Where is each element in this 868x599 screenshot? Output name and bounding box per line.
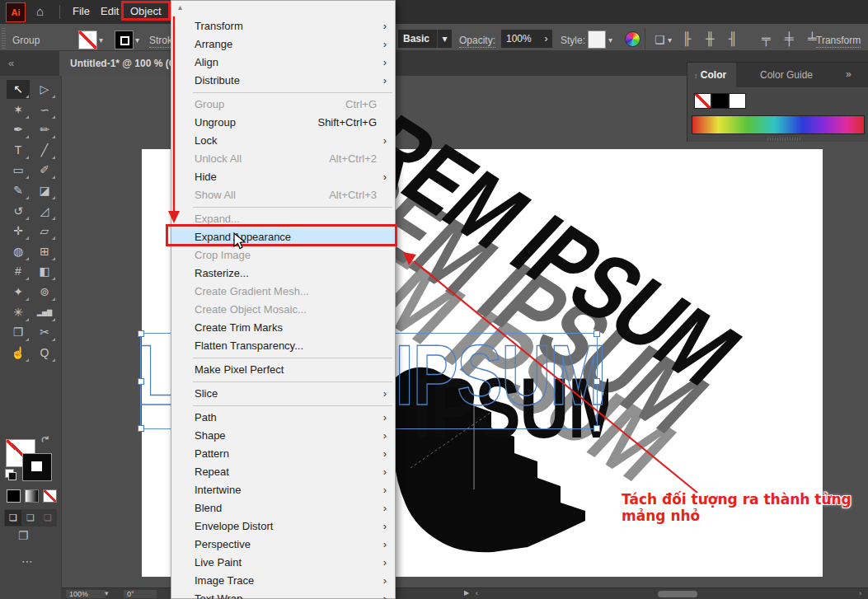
rotation-field[interactable]: 0° — [124, 590, 157, 598]
style-swatch[interactable] — [588, 30, 606, 49]
selection-handle[interactable] — [138, 425, 144, 432]
shaper-tool[interactable]: ✎ — [7, 181, 30, 200]
appearance-style-select[interactable]: Basic — [398, 30, 441, 48]
gradient-tool[interactable]: ◧ — [33, 262, 56, 281]
menu-item-blend[interactable]: Blend› — [171, 499, 395, 517]
opacity-label[interactable]: Opacity: — [459, 35, 495, 48]
line-segment-tool[interactable]: ╱ — [33, 141, 56, 160]
menu-item-show-all[interactable]: Show AllAlt+Ctrl+3 — [171, 186, 395, 204]
selection-handle[interactable] — [594, 330, 600, 337]
swap-fill-stroke-icon[interactable]: ↷ — [38, 432, 53, 447]
menu-item-create-gradient-mesh[interactable]: Create Gradient Mesh... — [171, 283, 395, 301]
pen-tool[interactable]: ✒ — [7, 120, 30, 139]
menu-item-flatten-transparency[interactable]: Flatten Transparency... — [171, 337, 395, 355]
align-horizontal-right-icon[interactable]: ╢ — [729, 31, 738, 45]
align-vertical-top-icon[interactable]: ╤ — [762, 31, 771, 45]
none-swatch[interactable] — [694, 93, 711, 109]
black-swatch[interactable] — [711, 93, 729, 109]
menu-item-image-trace[interactable]: Image Trace› — [171, 572, 395, 590]
none-button[interactable] — [43, 489, 57, 503]
menu-file[interactable]: File — [73, 5, 90, 17]
color-button[interactable] — [7, 489, 21, 503]
column-graph-tool[interactable]: ▂▅▇ — [33, 303, 56, 322]
draw-inside-button[interactable]: ❏ — [40, 510, 56, 526]
panel-expand-icon[interactable]: » — [846, 68, 852, 80]
appearance-dropdown-icon[interactable]: ▾ — [437, 30, 452, 48]
edit-toolbar-icon[interactable]: ⋯ — [21, 555, 33, 568]
collapse-panels-icon[interactable]: « — [8, 57, 14, 69]
menu-item-create-object-mosaic[interactable]: Create Object Mosaic... — [171, 301, 395, 319]
hand-tool[interactable]: ☝ — [7, 344, 30, 363]
draw-normal-button[interactable]: ❏ — [5, 510, 21, 526]
white-swatch[interactable] — [729, 93, 746, 109]
scroll-right-icon[interactable]: › — [859, 589, 861, 597]
menu-item-envelope-distort[interactable]: Envelope Distort› — [171, 517, 395, 536]
type-tool[interactable]: T — [7, 141, 30, 160]
menu-edit[interactable]: Edit — [101, 5, 119, 17]
menu-item-text-wrap[interactable]: Text Wrap› — [171, 590, 395, 599]
menu-item-repeat[interactable]: Repeat› — [171, 463, 395, 481]
menu-item-lock[interactable]: Lock› — [171, 132, 395, 150]
stroke-indicator[interactable] — [22, 453, 52, 481]
menu-item-path[interactable]: Path› — [171, 409, 395, 427]
menu-item-rasterize[interactable]: Rasterize... — [171, 264, 395, 283]
zoom-dropdown-icon[interactable]: ▾ — [105, 589, 109, 597]
lasso-tool[interactable]: ∽ — [33, 101, 56, 119]
symbol-sprayer-tool[interactable]: ✳ — [7, 303, 30, 322]
panel-collapse-icon[interactable]: ↕ — [694, 72, 698, 80]
eraser-tool[interactable]: ◪ — [33, 181, 56, 200]
selection-handle[interactable] — [594, 425, 600, 432]
perspective-grid-tool[interactable]: ⊞ — [33, 242, 56, 261]
align-horizontal-center-icon[interactable]: ╫ — [706, 31, 715, 45]
home-icon[interactable]: ⌂ — [36, 4, 44, 18]
document-setup-dropdown-icon[interactable]: ▾ — [668, 35, 672, 44]
rotate-tool[interactable]: ↺ — [7, 202, 30, 221]
menu-item-create-trim-marks[interactable]: Create Trim Marks — [171, 319, 395, 337]
controlbar-grip[interactable] — [2, 27, 6, 49]
transform-link[interactable]: Transform — [816, 35, 861, 48]
zoom-tool[interactable]: Q — [33, 344, 56, 363]
selection-handle[interactable] — [138, 330, 144, 337]
color-spectrum-bar[interactable] — [692, 115, 865, 134]
draw-behind-button[interactable]: ❏ — [22, 510, 39, 526]
opacity-input[interactable]: 100% — [501, 30, 544, 48]
align-horizontal-left-icon[interactable]: ╟ — [683, 31, 692, 45]
menu-item-hide[interactable]: Hide› — [171, 168, 395, 186]
stroke-dropdown-icon[interactable]: ▾ — [135, 35, 139, 44]
menu-item-align[interactable]: Align› — [171, 54, 395, 72]
menu-item-make-pixel-perfect[interactable]: Make Pixel Perfect — [171, 361, 395, 379]
scale-tool[interactable]: ◿ — [33, 202, 56, 221]
document-setup-icon[interactable]: ❏ — [655, 33, 665, 46]
menu-item-distribute[interactable]: Distribute› — [171, 72, 395, 90]
fill-color-swatch[interactable] — [78, 30, 97, 49]
selection-handle[interactable] — [138, 378, 144, 385]
color-panel-resize-grip[interactable] — [767, 138, 800, 141]
menu-item-pattern[interactable]: Pattern› — [171, 445, 395, 463]
tab-color[interactable]: ↕ Color — [687, 63, 736, 87]
illustrator-logo[interactable]: Ai — [6, 2, 26, 22]
horizontal-scrollbar-thumb[interactable] — [658, 591, 697, 597]
menu-item-crop-image[interactable]: Crop Image — [171, 246, 395, 264]
selection-handle[interactable] — [594, 378, 600, 385]
shape-builder-tool[interactable]: ◍ — [7, 242, 30, 261]
selection-tool[interactable]: ↖ — [7, 80, 30, 99]
zoom-level-field[interactable]: 100% — [66, 590, 106, 598]
menu-item-group[interactable]: GroupCtrl+G — [171, 96, 395, 114]
align-vertical-center-icon[interactable]: ╪ — [785, 31, 794, 45]
opacity-spinner-icon[interactable]: › — [540, 30, 552, 48]
gradient-button[interactable] — [25, 489, 39, 503]
menu-item-unlock-all[interactable]: Unlock AllAlt+Ctrl+2 — [171, 150, 395, 168]
menu-item-perspective[interactable]: Perspective› — [171, 536, 395, 554]
menu-item-live-paint[interactable]: Live Paint› — [171, 554, 395, 572]
screen-mode-icon[interactable]: ❐ — [18, 529, 29, 542]
artboard-tool[interactable]: ❐ — [7, 323, 30, 342]
slice-tool[interactable]: ✂ — [33, 323, 56, 342]
curvature-tool[interactable]: ✏ — [33, 120, 56, 139]
mesh-tool[interactable]: # — [7, 262, 30, 281]
free-transform-tool[interactable]: ▱ — [33, 222, 56, 241]
eyedropper-tool[interactable]: ✦ — [7, 283, 30, 302]
recolor-artwork-icon[interactable] — [625, 31, 640, 47]
fill-dropdown-icon[interactable]: ▾ — [99, 35, 103, 44]
stroke-color-swatch[interactable] — [115, 30, 134, 49]
magic-wand-tool[interactable]: ✶ — [7, 101, 30, 119]
